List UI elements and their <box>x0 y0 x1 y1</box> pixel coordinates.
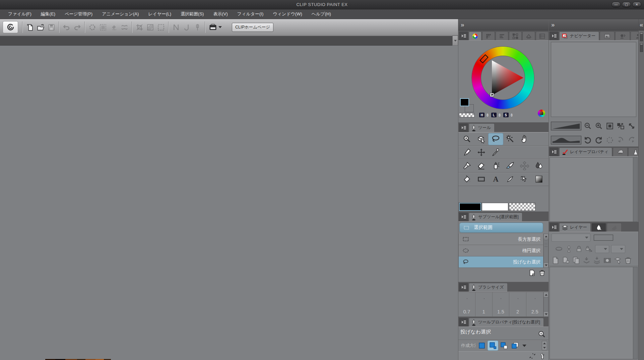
tool-button[interactable] <box>474 174 489 185</box>
panel-menu-button[interactable] <box>459 283 468 292</box>
menu-item[interactable]: アニメーション(A) <box>97 9 143 19</box>
brush-size-scrollbar[interactable] <box>543 292 549 317</box>
navigator-control[interactable] <box>594 121 603 131</box>
toolbar-button[interactable] <box>145 21 155 33</box>
tool-button[interactable] <box>460 133 474 145</box>
navigator-control[interactable] <box>627 135 636 145</box>
subtool-scrollbar[interactable] <box>543 234 549 268</box>
hue-ring[interactable] <box>472 47 534 109</box>
hue-marker[interactable] <box>479 54 489 63</box>
sub-color-swatch-bar[interactable] <box>482 203 508 211</box>
window-control-button[interactable]: ▢ <box>622 2 631 7</box>
menu-item[interactable]: ウィンドウ(W) <box>268 9 307 19</box>
selection-mode-button[interactable] <box>477 341 487 350</box>
collapsed-palette-tab[interactable] <box>640 33 643 41</box>
menu-item[interactable]: レイヤー(L) <box>143 9 176 19</box>
new-layer-icon[interactable] <box>551 256 560 265</box>
menu-item[interactable]: ヘルプ(H) <box>307 9 336 19</box>
layer-target-dropdown[interactable] <box>611 245 625 253</box>
toolbar-button[interactable] <box>207 21 223 33</box>
navigator-control[interactable] <box>616 135 625 145</box>
clip-homepage-button[interactable]: CLIPホームページ <box>232 23 273 32</box>
menu-item[interactable]: 表示(V) <box>208 9 232 19</box>
tool-button[interactable] <box>503 133 517 145</box>
toolbar-button[interactable] <box>181 21 192 33</box>
brush-size-cell[interactable]: 0.7 <box>458 292 475 317</box>
tool-button[interactable] <box>460 160 474 172</box>
panel-menu-button[interactable] <box>550 223 559 232</box>
toolbar-button[interactable] <box>61 21 72 33</box>
tool-panel-tab[interactable]: ツール <box>469 123 495 132</box>
navigator-control[interactable] <box>551 122 581 130</box>
scrollbar-grip[interactable] <box>544 240 548 247</box>
detail-settings-icon[interactable] <box>538 330 546 338</box>
blend-mode-dropdown[interactable] <box>552 234 590 242</box>
panel-menu-button[interactable] <box>459 123 468 132</box>
toolbar-button[interactable] <box>24 21 35 33</box>
collapsed-palette-tab[interactable] <box>640 43 643 52</box>
toolbar-button[interactable] <box>87 21 98 33</box>
tool-button[interactable] <box>489 147 503 158</box>
scroll-up-button[interactable] <box>544 292 548 297</box>
lock-alpha-icon[interactable] <box>585 245 593 253</box>
layer-mask-icon[interactable] <box>603 256 612 265</box>
toolbar-button[interactable] <box>119 21 130 33</box>
color-panel-tab[interactable] <box>469 32 481 40</box>
layer-opacity-field[interactable] <box>594 235 613 241</box>
navigator-control[interactable] <box>605 121 615 131</box>
new-subtool-icon[interactable] <box>528 269 536 277</box>
tool-button[interactable] <box>460 174 474 185</box>
layer-panel-tab[interactable]: レイヤー <box>559 223 591 232</box>
navigator-preview[interactable] <box>551 42 636 117</box>
toolbar-button[interactable] <box>108 21 119 33</box>
document-tab-list-dropdown[interactable] <box>452 36 458 46</box>
panel-menu-button[interactable] <box>550 32 559 40</box>
property-spin-control[interactable] <box>542 341 547 350</box>
layer-property-extra-tab[interactable] <box>613 147 628 156</box>
merge-down-icon[interactable] <box>582 256 591 265</box>
menu-item[interactable]: ページ管理(P) <box>60 9 97 19</box>
color-panel-tab[interactable] <box>536 32 549 40</box>
title-bar[interactable]: CLIP STUDIO PAINT EX — ▢ ✕ <box>0 0 644 9</box>
tool-button[interactable] <box>532 174 546 185</box>
tool-settings-wrench-icon[interactable] <box>539 353 546 359</box>
toolbar-button[interactable] <box>72 21 82 33</box>
tool-button[interactable] <box>517 133 532 145</box>
tool-button[interactable] <box>489 133 503 145</box>
color-panel-tab[interactable] <box>496 32 508 40</box>
color-panel-tab[interactable] <box>509 32 522 40</box>
eye-closed-icon[interactable] <box>555 245 563 253</box>
toolbar-button[interactable] <box>46 21 57 33</box>
scroll-up-button[interactable] <box>544 234 548 239</box>
toolbar-button[interactable] <box>35 21 46 33</box>
navigator-extra-tab[interactable] <box>615 32 630 40</box>
tool-property-panel-tab[interactable]: ツールプロパティ[投げなわ選択] <box>469 318 544 326</box>
toolbar-button[interactable] <box>98 21 108 33</box>
menu-item[interactable]: 選択範囲(S) <box>176 9 208 19</box>
subtool-panel-tab[interactable]: サブツール[選択範囲] <box>469 213 522 221</box>
color-mode-sphere-icon[interactable] <box>538 110 545 117</box>
navigator-control[interactable] <box>627 121 636 131</box>
subtool-group-button[interactable]: 選択範囲 <box>459 223 543 233</box>
dock-expand-header[interactable]: « <box>639 19 644 31</box>
subtool-item[interactable]: 長方形選択 <box>458 234 543 245</box>
dock-collapse-header[interactable]: » <box>549 19 638 31</box>
tool-button[interactable]: A <box>489 174 503 185</box>
menu-item[interactable]: ファイル(F) <box>3 9 36 19</box>
window-control-button[interactable]: ✕ <box>632 2 641 7</box>
panel-menu-button[interactable] <box>459 213 468 221</box>
navigator-extra-tab[interactable] <box>600 32 615 40</box>
lock-icon[interactable] <box>575 245 583 253</box>
new-layer-folder-icon[interactable] <box>561 256 570 265</box>
navigator-control[interactable] <box>605 135 615 145</box>
brush-size-cell[interactable]: 2.5 <box>526 292 543 317</box>
brush-size-cell[interactable]: 1 <box>475 292 493 317</box>
layer-list-scrollbar[interactable] <box>633 267 637 359</box>
color-panel-tab[interactable] <box>482 32 495 40</box>
copy-layer-icon[interactable] <box>572 256 581 265</box>
navigator-control[interactable] <box>583 135 592 145</box>
tool-button[interactable] <box>532 160 546 172</box>
toolbar-button[interactable] <box>3 21 18 33</box>
tool-button[interactable] <box>474 133 489 145</box>
panel-menu-button[interactable] <box>459 318 468 326</box>
